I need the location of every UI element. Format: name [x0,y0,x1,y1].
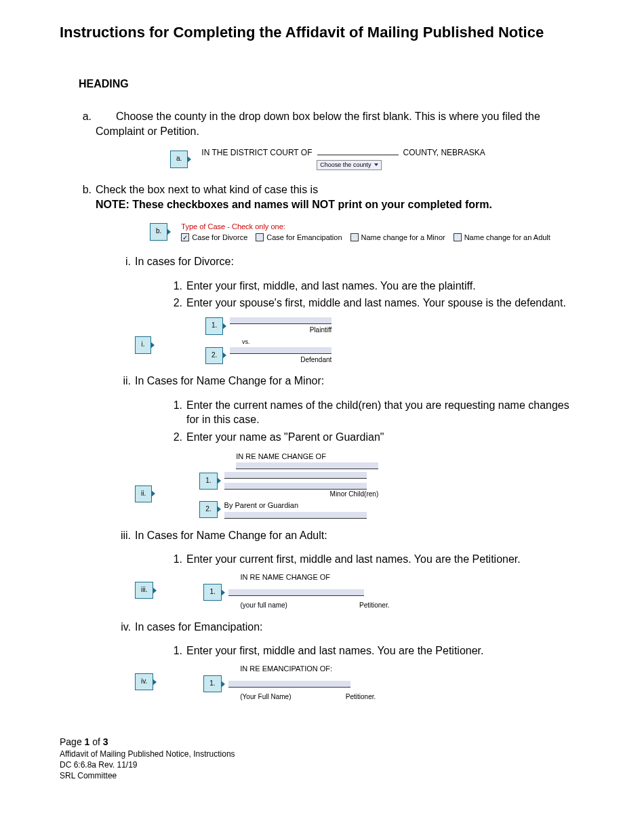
callout-i-2: 2. [205,347,223,365]
fullname-adult: (your full name) [240,601,287,610]
callout-i: i. [135,336,151,354]
checkbox-divorce[interactable] [181,233,189,241]
roman-i: i. In cases for Divorce: 1. Enter your f… [135,254,584,364]
vs-label: vs. [242,338,331,346]
marker-b: b. [75,182,92,197]
text-iv: In cases for Emancipation: [135,621,263,633]
footer-line4: SRL Committee [60,770,584,781]
minor-children-label: Minor Child(ren) [236,490,378,499]
marker-a: a. [75,109,92,124]
callout-ii: ii. [135,485,152,503]
marker-iii: iii. [108,528,131,543]
text-iv-1: Enter your first, middle and last names.… [186,645,483,656]
callout-iv-1: 1. [203,675,221,693]
marker-iv: iv. [108,620,131,635]
callout-iv: iv. [135,673,153,691]
callout-b: b. [150,223,167,241]
roman-iv-n1: 1. Enter your first, middle and last nam… [186,643,584,658]
defendant-line[interactable] [230,347,331,354]
parent-line[interactable] [224,512,367,519]
snippet-type-case: Type of Case - Check only one: Case for … [177,219,563,245]
text-b: Check the box next to what kind of case … [96,184,318,195]
adult-name-line[interactable] [228,589,364,596]
marker-i-1: 1. [166,279,182,294]
plaintiff-line[interactable] [230,317,331,324]
text-i-2: Enter your spouse's first, middle and la… [186,297,566,309]
fullname-eman: (Your Full Name) [240,692,291,702]
eman-snippet: IN RE EMANCIPATION OF: 1. (Your Full Nam… [203,664,376,702]
section-heading: HEADING [79,78,584,90]
page-total: 3 [103,736,108,747]
text-iii-1: Enter your current first, middle and las… [186,553,521,565]
item-a: a. Choose the county in the drop down bo… [96,109,584,173]
chevron-down-icon [374,163,378,166]
callout-a: a. [170,151,188,168]
page-title: Instructions for Completing the Affidavi… [60,24,584,41]
party-snippet: 1. Plaintiff vs. 2. Defendant [205,317,331,364]
roman-iii-n1: 1. Enter your current first, middle and … [186,552,584,567]
marker-i-2: 2. [166,296,182,311]
petitioner-adult: Petitioner. [359,601,389,610]
child-line-3[interactable] [224,483,367,490]
inre-minor: IN RE NAME CHANGE OF [236,452,378,462]
marker-iii-1: 1. [166,552,182,567]
marker-ii-2: 2. [166,430,182,445]
text-i-1: Enter your first, middle, and last names… [186,280,476,292]
roman-ii: ii. In Cases for Name Change for a Minor… [135,374,584,519]
inre-adult: IN RE NAME CHANGE OF [240,572,389,582]
footer: Page 1 of 3 Affidavit of Mailing Publish… [60,736,584,781]
callout-ii-2: 2. [199,501,217,519]
label-emancipation: Case for Emancipation [266,233,342,242]
text-i: In cases for Divorce: [135,256,234,267]
text-iii: In Cases for Name Change for an Adult: [135,530,327,541]
page-of: of [89,736,102,747]
text-a: Choose the county in the drop down box b… [96,111,540,137]
child-line-1[interactable] [236,462,378,469]
inre-eman: IN RE EMANCIPATION OF: [240,664,376,674]
type-case-label: Type of Case - Check only one: [181,222,559,231]
text-ii-1: Enter the current names of the child(ren… [186,399,569,426]
plaintiff-label: Plaintiff [230,325,331,335]
text-ii-2: Enter your name as "Parent or Guardian" [186,431,384,443]
checkbox-emancipation[interactable] [256,233,264,241]
marker-iv-1: 1. [166,643,182,658]
minor-snippet: IN RE NAME CHANGE OF 1. Minor Child(ren) [199,452,378,519]
text-ii: In Cases for Name Change for a Minor: [135,375,324,386]
item-b: b. Check the box next to what kind of ca… [96,182,584,701]
checkbox-adult[interactable] [454,233,462,241]
label-minor: Name change for a Minor [361,233,445,242]
child-line-2[interactable] [224,472,367,479]
county-dropdown[interactable]: Choose the county [317,160,382,171]
checkbox-minor[interactable] [350,233,359,241]
footer-line3: DC 6:6.8a Rev. 11/19 [60,759,584,770]
marker-ii: ii. [108,374,131,389]
marker-ii-1: 1. [166,398,182,413]
marker-i: i. [108,254,131,269]
roman-iii: iii. In Cases for Name Change for an Adu… [135,528,584,610]
county-blank [317,148,399,155]
callout-i-1: 1. [205,317,223,335]
roman-iv: iv. In cases for Emancipation: 1. Enter … [135,620,584,702]
callout-ii-1: 1. [199,473,217,490]
by-parent-label: By Parent or Guardian [224,500,367,511]
dropdown-label: Choose the county [320,161,371,168]
defendant-label: Defendant [230,355,331,365]
roman-i-n1: 1. Enter your first, middle, and last na… [186,279,584,294]
footer-line2: Affidavit of Mailing Published Notice, I… [60,749,584,759]
county-ne-label: COUNTY, NEBRASKA [403,148,485,157]
snippet-court: IN THE DISTRICT COURT OF COUNTY, NEBRASK… [197,145,489,173]
roman-ii-n2: 2. Enter your name as "Parent or Guardia… [186,430,584,445]
callout-iii-1: 1. [203,584,221,601]
note-b: NOTE: These checkboxes and names will NO… [96,199,492,210]
callout-iii: iii. [135,582,153,599]
roman-i-n2: 2. Enter your spouse's first, middle and… [186,296,584,311]
page-prefix: Page [60,736,85,747]
court-of-label: IN THE DISTRICT COURT OF [201,148,312,157]
eman-name-line[interactable] [228,681,350,688]
label-adult: Name change for an Adult [464,233,550,242]
adult-snippet: IN RE NAME CHANGE OF 1. (your full name)… [203,572,389,610]
label-divorce: Case for Divorce [192,233,247,242]
roman-ii-n1: 1. Enter the current names of the child(… [186,398,584,427]
petitioner-eman: Petitioner. [346,692,376,702]
